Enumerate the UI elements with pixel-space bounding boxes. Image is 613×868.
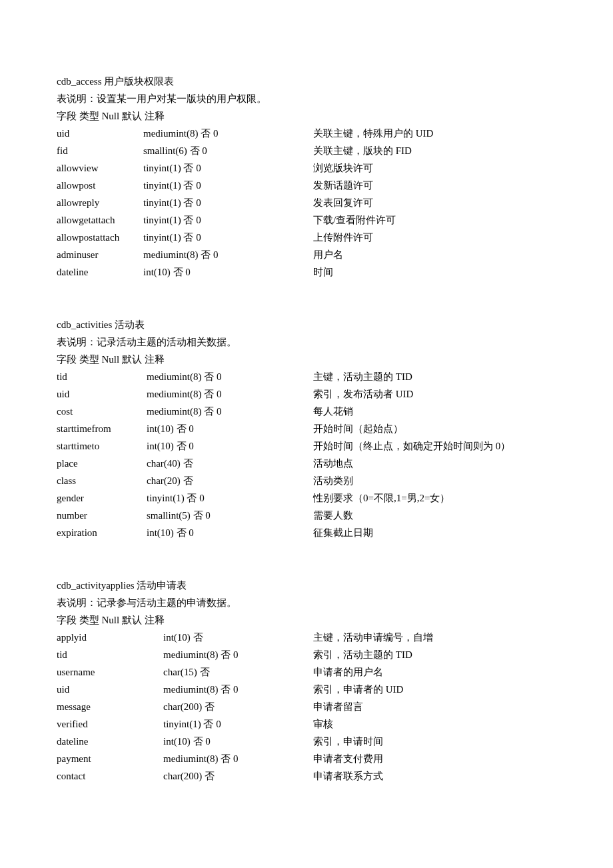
table-row: datelineint(10) 否 0时间	[57, 264, 556, 280]
field-type: char(200) 否	[163, 699, 313, 715]
field-name: adminuser	[57, 247, 143, 263]
table-column-header: 字段 类型 Null 默认 注释	[57, 108, 556, 124]
field-name: payment	[57, 751, 163, 767]
table-title: cdb_access 用户版块权限表	[57, 73, 556, 89]
table-column-header: 字段 类型 Null 默认 注释	[57, 612, 556, 628]
table-row: allowviewtinyint(1) 否 0浏览版块许可	[57, 160, 556, 176]
table-row: numbersmallint(5) 否 0需要人数	[57, 507, 556, 523]
field-comment: 每人花销	[313, 403, 556, 419]
field-type: char(20) 否	[147, 473, 313, 489]
table-row: starttimetoint(10) 否 0开始时间（终止点，如确定开始时间则为…	[57, 438, 556, 454]
table-title: cdb_activities 活动表	[57, 317, 556, 333]
field-comment: 申请者联系方式	[313, 768, 556, 784]
field-comment: 申请者的用户名	[313, 664, 556, 680]
field-comment: 索引，申请时间	[313, 733, 556, 749]
field-name: tid	[57, 369, 147, 385]
field-comment: 开始时间（终止点，如确定开始时间则为 0）	[313, 438, 556, 454]
table-row: uidmediumint(8) 否 0关联主键，特殊用户的 UID	[57, 125, 556, 141]
table-row: tidmediumint(8) 否 0索引，活动主题的 TID	[57, 647, 556, 663]
field-comment: 下载/查看附件许可	[313, 212, 556, 228]
field-name: allowview	[57, 160, 143, 176]
field-name: gender	[57, 490, 147, 506]
field-type: int(10) 否 0	[147, 421, 313, 437]
field-type: mediumint(8) 否 0	[143, 247, 313, 263]
field-type: tinyint(1) 否 0	[143, 177, 313, 193]
field-name: fid	[57, 143, 143, 159]
field-name: allowpost	[57, 177, 143, 193]
field-type: char(40) 否	[147, 455, 313, 471]
field-name: message	[57, 699, 163, 715]
table-section: cdb_access 用户版块权限表表说明：设置某一用户对某一版块的用户权限。字…	[57, 73, 556, 280]
field-type: smallint(6) 否 0	[143, 143, 313, 159]
table-section: cdb_activities 活动表表说明：记录活动主题的活动相关数据。字段 类…	[57, 317, 556, 541]
table-row: expirationint(10) 否 0征集截止日期	[57, 525, 556, 541]
field-comment: 活动类别	[313, 473, 556, 489]
field-type: int(10) 否 0	[163, 733, 313, 749]
field-comment: 申请者支付费用	[313, 751, 556, 767]
table-row: starttimefromint(10) 否 0开始时间（起始点）	[57, 421, 556, 437]
field-name: verified	[57, 716, 163, 732]
document-content: cdb_access 用户版块权限表表说明：设置某一用户对某一版块的用户权限。字…	[57, 73, 556, 784]
field-comment: 上传附件许可	[313, 229, 556, 245]
table-description: 表说明：记录参与活动主题的申请数据。	[57, 595, 556, 611]
field-comment: 索引，活动主题的 TID	[313, 647, 556, 663]
field-name: allowreply	[57, 195, 143, 211]
field-comment: 主键，活动申请编号，自增	[313, 629, 556, 645]
field-type: int(10) 否 0	[143, 264, 313, 280]
field-comment: 审核	[313, 716, 556, 732]
table-row: paymentmediumint(8) 否 0申请者支付费用	[57, 751, 556, 767]
table-row: verifiedtinyint(1) 否 0审核	[57, 716, 556, 732]
field-name: uid	[57, 386, 147, 402]
field-comment: 需要人数	[313, 507, 556, 523]
field-comment: 活动地点	[313, 455, 556, 471]
field-name: starttimeto	[57, 438, 147, 454]
field-comment: 浏览版块许可	[313, 160, 556, 176]
table-row: costmediumint(8) 否 0每人花销	[57, 403, 556, 419]
field-type: tinyint(1) 否 0	[143, 212, 313, 228]
table-row: usernamechar(15) 否申请者的用户名	[57, 664, 556, 680]
field-type: mediumint(8) 否 0	[147, 403, 313, 419]
field-type: mediumint(8) 否 0	[147, 386, 313, 402]
field-name: number	[57, 507, 147, 523]
table-row: datelineint(10) 否 0索引，申请时间	[57, 733, 556, 749]
field-comment: 索引，发布活动者 UID	[313, 386, 556, 402]
table-row: allowposttinyint(1) 否 0发新话题许可	[57, 177, 556, 193]
field-type: char(200) 否	[163, 768, 313, 784]
field-name: dateline	[57, 733, 163, 749]
field-name: allowpostattach	[57, 229, 143, 245]
table-description: 表说明：设置某一用户对某一版块的用户权限。	[57, 91, 556, 107]
field-name: uid	[57, 681, 163, 697]
table-column-header: 字段 类型 Null 默认 注释	[57, 351, 556, 367]
field-name: contact	[57, 768, 163, 784]
field-type: int(10) 否	[163, 629, 313, 645]
field-comment: 开始时间（起始点）	[313, 421, 556, 437]
field-type: mediumint(8) 否 0	[147, 369, 313, 385]
table-row: allowgetattachtinyint(1) 否 0下载/查看附件许可	[57, 212, 556, 228]
table-row: applyidint(10) 否主键，活动申请编号，自增	[57, 629, 556, 645]
field-comment: 性别要求（0=不限,1=男,2=女）	[313, 490, 556, 506]
table-row: allowpostattachtinyint(1) 否 0上传附件许可	[57, 229, 556, 245]
field-type: tinyint(1) 否 0	[147, 490, 313, 506]
field-type: mediumint(8) 否 0	[163, 751, 313, 767]
table-row: adminusermediumint(8) 否 0用户名	[57, 247, 556, 263]
field-name: applyid	[57, 629, 163, 645]
table-description: 表说明：记录活动主题的活动相关数据。	[57, 334, 556, 350]
table-row: placechar(40) 否活动地点	[57, 455, 556, 471]
field-type: int(10) 否 0	[147, 438, 313, 454]
field-name: uid	[57, 125, 143, 141]
field-name: starttimefrom	[57, 421, 147, 437]
field-type: tinyint(1) 否 0	[163, 716, 313, 732]
field-name: tid	[57, 647, 163, 663]
field-comment: 关联主键，特殊用户的 UID	[313, 125, 556, 141]
field-comment: 主键，活动主题的 TID	[313, 369, 556, 385]
field-comment: 发新话题许可	[313, 177, 556, 193]
field-type: smallint(5) 否 0	[147, 507, 313, 523]
field-comment: 时间	[313, 264, 556, 280]
field-name: allowgetattach	[57, 212, 143, 228]
table-section: cdb_activityapplies 活动申请表表说明：记录参与活动主题的申请…	[57, 577, 556, 784]
field-type: mediumint(8) 否 0	[143, 125, 313, 141]
table-row: contactchar(200) 否申请者联系方式	[57, 768, 556, 784]
table-row: messagechar(200) 否申请者留言	[57, 699, 556, 715]
field-comment: 征集截止日期	[313, 525, 556, 541]
field-comment: 用户名	[313, 247, 556, 263]
